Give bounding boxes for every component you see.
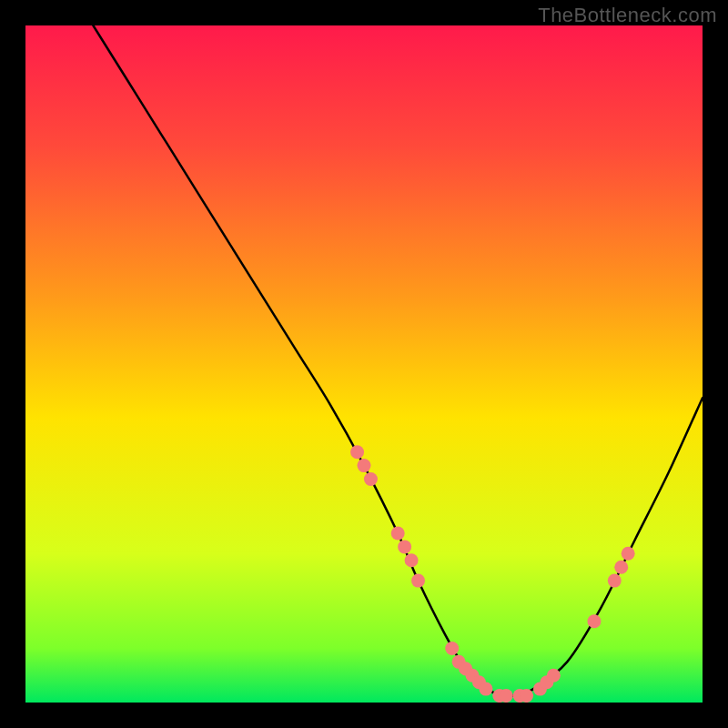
plot-area <box>25 25 703 703</box>
data-point <box>622 547 635 561</box>
bottleneck-chart <box>25 25 703 703</box>
data-point <box>479 682 492 696</box>
data-point <box>405 553 419 567</box>
data-point <box>364 472 378 486</box>
data-point <box>520 689 533 703</box>
watermark-text: TheBottleneck.com <box>538 4 717 27</box>
data-point <box>614 561 628 574</box>
data-point <box>358 459 371 472</box>
data-point <box>587 614 601 628</box>
gradient-background <box>25 25 703 703</box>
data-point <box>350 445 364 459</box>
data-point <box>547 669 561 682</box>
data-point <box>398 540 411 553</box>
data-point <box>608 574 622 588</box>
data-point <box>445 642 459 655</box>
data-point <box>500 689 513 703</box>
data-point <box>391 527 405 541</box>
data-point <box>411 574 425 588</box>
chart-frame: TheBottleneck.com <box>0 0 728 728</box>
